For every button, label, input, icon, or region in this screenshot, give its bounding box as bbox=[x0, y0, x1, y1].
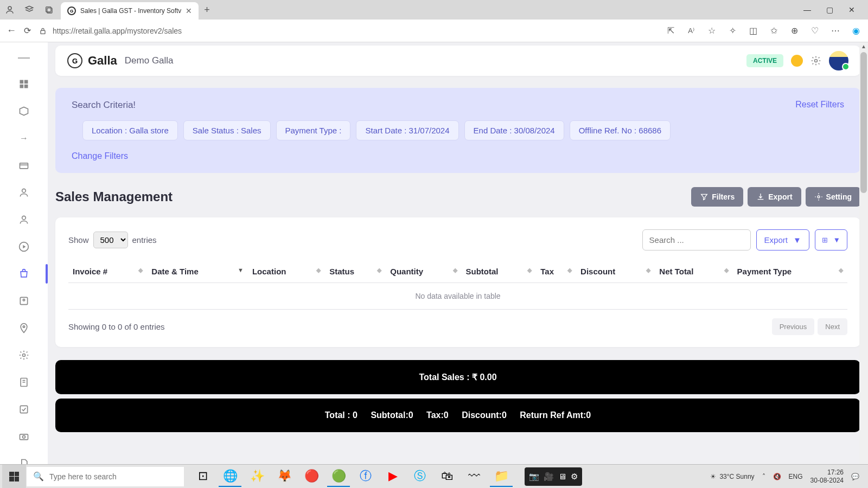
share-icon[interactable]: ⇱ bbox=[665, 25, 676, 36]
sidebar-settings-icon[interactable] bbox=[18, 349, 30, 361]
sidebar-play-icon[interactable] bbox=[18, 241, 30, 253]
read-aloud-icon[interactable]: A⁾ bbox=[686, 25, 697, 36]
camera-tray-icon[interactable]: 📷 bbox=[529, 472, 539, 481]
downloads-icon[interactable]: ♡ bbox=[809, 25, 820, 36]
copilot-icon[interactable]: ◉ bbox=[851, 25, 861, 36]
prev-button[interactable]: Previous bbox=[772, 318, 815, 335]
url-field[interactable]: https://retail.galla.app/mystorev2/sales bbox=[39, 27, 658, 35]
taskbar-search[interactable]: 🔍 bbox=[27, 467, 184, 486]
next-button[interactable]: Next bbox=[818, 318, 847, 335]
col-invoice[interactable]: Invoice #◆ bbox=[68, 260, 147, 283]
notifications-icon[interactable]: 💬 bbox=[851, 473, 859, 480]
chip-payment[interactable]: Payment Type : bbox=[276, 120, 351, 140]
tab-close-icon[interactable]: ✕ bbox=[186, 7, 192, 15]
settings-tray-icon[interactable]: ⚙ bbox=[571, 472, 578, 481]
extension-icon[interactable]: ✧ bbox=[727, 25, 738, 36]
header-settings-icon[interactable] bbox=[810, 55, 821, 66]
filters-button[interactable]: Filters bbox=[691, 187, 743, 207]
language-indicator[interactable]: ENG bbox=[789, 473, 803, 480]
sidebar-contact-icon[interactable] bbox=[18, 295, 30, 307]
recording-tray[interactable]: 📷 🎥 🖥 ⚙ bbox=[525, 467, 582, 486]
sidebar-user2-icon[interactable] bbox=[18, 214, 30, 226]
col-nettotal[interactable]: Net Total◆ bbox=[655, 260, 732, 283]
profile-icon[interactable] bbox=[4, 4, 15, 15]
col-discount[interactable]: Discount◆ bbox=[576, 260, 655, 283]
coin-icon[interactable] bbox=[791, 55, 803, 67]
url-text: https://retail.galla.app/mystorev2/sales bbox=[53, 27, 182, 35]
refresh-button[interactable]: ⟳ bbox=[24, 25, 31, 36]
chrome-icon[interactable]: 🟢 bbox=[327, 466, 350, 487]
col-payment[interactable]: Payment Type◆ bbox=[733, 260, 847, 283]
edge-icon[interactable]: 🌐 bbox=[219, 466, 241, 487]
favorites-bar-icon[interactable]: ✩ bbox=[768, 25, 779, 36]
reset-filters-link[interactable]: Reset Filters bbox=[795, 100, 844, 111]
workspaces-icon[interactable] bbox=[24, 4, 35, 15]
window-minimize-icon[interactable]: — bbox=[803, 5, 811, 14]
explorer-icon[interactable]: 📁 bbox=[490, 466, 513, 487]
sidebar-report-icon[interactable] bbox=[18, 376, 30, 388]
vertical-scrollbar[interactable]: ▲ ▼ bbox=[859, 42, 868, 488]
skype-icon[interactable]: Ⓢ bbox=[409, 466, 431, 487]
copilot-task-icon[interactable]: ✨ bbox=[246, 466, 269, 487]
facebook-icon[interactable]: ⓕ bbox=[354, 466, 377, 487]
start-button[interactable] bbox=[2, 465, 26, 489]
tab-actions-icon[interactable] bbox=[43, 4, 54, 15]
sidebar-box-icon[interactable] bbox=[18, 105, 30, 117]
sidebar-card-icon[interactable] bbox=[18, 159, 30, 171]
taskbar-search-input[interactable] bbox=[49, 472, 177, 481]
sidebar-camera-icon[interactable] bbox=[18, 431, 30, 442]
scroll-thumb[interactable] bbox=[860, 52, 867, 193]
sidebar-location-icon[interactable] bbox=[18, 322, 30, 334]
sidebar-arrow-icon[interactable]: → bbox=[18, 132, 30, 144]
col-location[interactable]: Location◆ bbox=[248, 260, 325, 283]
chip-location[interactable]: Location : Galla store bbox=[82, 120, 178, 140]
browser-tab[interactable]: G Sales | Galla GST - Inventory Softv ✕ bbox=[61, 2, 199, 20]
collections-icon[interactable]: ⊕ bbox=[789, 25, 800, 36]
table-view-dropdown[interactable]: ⊞▼ bbox=[815, 229, 847, 251]
app-header: G Galla Demo Galla ACTIVE bbox=[55, 46, 860, 76]
col-status[interactable]: Status◆ bbox=[325, 260, 386, 283]
sidebar: → bbox=[0, 42, 48, 488]
scroll-up-icon[interactable]: ▲ bbox=[860, 43, 867, 49]
record-icon[interactable]: 🔴 bbox=[300, 466, 323, 487]
window-close-icon[interactable]: ✕ bbox=[848, 5, 855, 14]
clock[interactable]: 17:26 30-08-2024 bbox=[810, 468, 844, 484]
favorite-icon[interactable]: ☆ bbox=[706, 25, 717, 36]
task-view-icon[interactable]: ⊡ bbox=[192, 466, 214, 487]
window-maximize-icon[interactable]: ▢ bbox=[826, 5, 833, 14]
split-icon[interactable]: ◫ bbox=[748, 25, 758, 36]
export-button[interactable]: Export bbox=[748, 187, 801, 207]
table-search-input[interactable] bbox=[642, 229, 751, 251]
chip-ref-no[interactable]: Offline Ref. No : 68686 bbox=[570, 120, 671, 140]
volume-icon[interactable]: 🔇 bbox=[773, 473, 781, 480]
sidebar-user-icon[interactable] bbox=[18, 187, 30, 198]
change-filters-link[interactable]: Change Filters bbox=[72, 151, 128, 161]
screen-tray-icon[interactable]: 🖥 bbox=[558, 472, 566, 481]
col-tax[interactable]: Tax◆ bbox=[536, 260, 576, 283]
sidebar-dashboard-icon[interactable] bbox=[18, 78, 30, 90]
app1-icon[interactable]: 〰 bbox=[463, 466, 486, 487]
avatar[interactable] bbox=[829, 51, 848, 70]
menu-icon[interactable]: ⋯ bbox=[830, 25, 841, 36]
svg-point-10 bbox=[22, 216, 26, 220]
table-export-dropdown[interactable]: Export▼ bbox=[756, 229, 809, 251]
col-datetime[interactable]: Date & Time▼ bbox=[147, 260, 248, 283]
sidebar-sales-icon[interactable] bbox=[18, 268, 30, 280]
chip-end-date[interactable]: End Date : 30/08/2024 bbox=[464, 120, 564, 140]
setting-button[interactable]: Setting bbox=[806, 187, 860, 207]
new-tab-button[interactable]: + bbox=[204, 4, 210, 16]
col-quantity[interactable]: Quantity◆ bbox=[386, 260, 461, 283]
video-tray-icon[interactable]: 🎥 bbox=[544, 472, 554, 481]
entries-select[interactable]: 500 bbox=[93, 232, 128, 248]
youtube-icon[interactable]: ▶ bbox=[381, 466, 404, 487]
weather-widget[interactable]: ☀ 33°C Sunny bbox=[710, 473, 754, 480]
store-icon[interactable]: 🛍 bbox=[436, 466, 458, 487]
col-subtotal[interactable]: Subtotal◆ bbox=[462, 260, 537, 283]
tray-chevron-icon[interactable]: ˄ bbox=[762, 473, 765, 480]
sidebar-check-icon[interactable] bbox=[18, 403, 30, 415]
sidebar-toggle-icon[interactable] bbox=[18, 57, 30, 59]
back-button[interactable]: ← bbox=[7, 25, 16, 36]
firefox-icon[interactable]: 🦊 bbox=[273, 466, 296, 487]
chip-status[interactable]: Sale Status : Sales bbox=[183, 120, 271, 140]
chip-start-date[interactable]: Start Date : 31/07/2024 bbox=[356, 120, 458, 140]
